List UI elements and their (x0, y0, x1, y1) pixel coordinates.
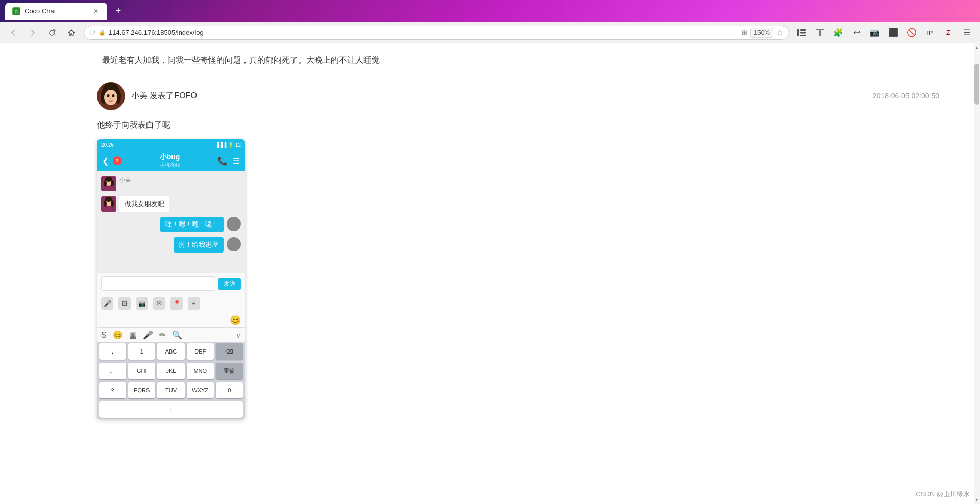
key-0[interactable]: 0 (216, 382, 243, 398)
address-bar[interactable]: 🛡 🔒 114.67.246.176:18505/index/log ⊞ 150… (84, 26, 789, 40)
message-icon[interactable]: ✉ (153, 297, 165, 310)
chat-msg-received-1: 小美 (101, 176, 241, 191)
chat-msg-avatar-2 (101, 196, 116, 212)
chat-msg-sent-1: 哇！嗯！嗯！嗯！ (101, 217, 241, 232)
page-content: 最近老有人加我，问我一些奇怪的问题，真的郁闷死了。大晚上的不让人睡觉 (0, 43, 980, 504)
key-row-4: ！ (97, 400, 245, 419)
chat-badge: 3 (113, 156, 122, 165)
chat-screenshot: 20:26 ▐▐▐ 🔋 12 ❮ 3 小bug 手机在线 📞 ☰ (97, 139, 245, 419)
tab-close-button[interactable]: ✕ (92, 7, 100, 15)
chat-send-button[interactable]: 发送 (218, 278, 241, 290)
home-button[interactable] (64, 26, 79, 40)
chat-msg-bubble-2: 做我女朋友吧 (119, 196, 169, 212)
menu-button[interactable]: ☰ (960, 26, 974, 40)
chat-body: 小美 (97, 171, 245, 273)
key-1[interactable]: 1 (128, 343, 155, 360)
plugin3-button[interactable]: IP (923, 26, 937, 40)
svg-rect-4 (800, 32, 806, 33)
back-button[interactable] (6, 26, 20, 40)
key-backspace[interactable]: ⌫ (216, 343, 243, 360)
sent-avatar (227, 217, 241, 231)
qr-icon[interactable]: ⊞ (742, 29, 747, 36)
expand-icon[interactable]: ∨ (236, 331, 241, 339)
location-icon[interactable]: 📍 (170, 297, 183, 310)
chat-input[interactable] (101, 276, 215, 291)
chat-header-icons: 📞 ☰ (217, 156, 240, 166)
chat-msg-bubble-sent-1: 哇！嗯！嗯！嗯！ (160, 217, 224, 232)
avatar (97, 82, 125, 110)
screenshot-button[interactable]: 📷 (868, 26, 882, 40)
post-action: 发表了FOFO (148, 91, 197, 100)
key-ghi[interactable]: GHI (128, 363, 155, 379)
key-mno[interactable]: MNO (187, 363, 214, 379)
plugin2-button[interactable]: 🚫 (904, 26, 919, 40)
svg-point-12 (104, 90, 117, 105)
new-tab-button[interactable]: + (111, 4, 126, 18)
post-author-action: 小美 发表了FOFO (131, 91, 197, 102)
sohu-icon[interactable]: S (101, 331, 107, 340)
chat-msg-received-2: 做我女朋友吧 (101, 196, 241, 212)
mic-icon[interactable]: 🎤 (143, 330, 153, 340)
grid-icon[interactable]: ▦ (129, 330, 137, 340)
avatar-image (97, 82, 125, 110)
key-row-1: ， 1 ABC DEF ⌫ (97, 342, 245, 361)
key-jkl[interactable]: JKL (157, 363, 184, 379)
key-exclaim[interactable]: ！ (99, 401, 243, 418)
post-content: 他终于向我表白了呢 20:26 ▐▐▐ 🔋 12 ❮ 3 小bug 手机在线 (97, 118, 939, 420)
image-icon[interactable]: 🖼 (118, 297, 131, 310)
key-def[interactable]: DEF (187, 343, 214, 360)
chat-msg-name: 小美 (119, 176, 131, 184)
svg-rect-7 (821, 29, 824, 36)
undo-button[interactable]: ↩ (849, 26, 864, 40)
key-reset[interactable]: 重输 (216, 363, 243, 379)
key-comma[interactable]: ， (99, 343, 126, 360)
zoom-level[interactable]: 150% (750, 28, 773, 38)
sidebar-button[interactable] (794, 26, 808, 40)
extensions-button[interactable]: 🧩 (831, 26, 845, 40)
browser-toolbar: 🛡 🔒 114.67.246.176:18505/index/log ⊞ 150… (0, 22, 980, 43)
emoji-toggle-icon[interactable]: 😊 (230, 315, 241, 326)
post-header: 小美 发表了FOFO 2018-06-05 02:00:50 (97, 82, 939, 110)
chat-statusbar: 20:26 ▐▐▐ 🔋 12 (97, 139, 245, 150)
scrollbar-arrow-up[interactable]: ▲ (974, 43, 980, 52)
bookmark-button[interactable]: ☆ (776, 28, 783, 37)
scrollbar-thumb[interactable] (974, 64, 979, 105)
chat-header: ❮ 3 小bug 手机在线 📞 ☰ (97, 150, 245, 171)
keyboard-area[interactable]: ， 1 ABC DEF ⌫ 。 GHI JKL MNO 重输 ？ (97, 342, 245, 419)
more-icon[interactable]: + (188, 297, 200, 310)
voice-icon[interactable]: 🎤 (101, 297, 113, 310)
camera-icon[interactable]: 📷 (136, 297, 148, 310)
intro-text: 最近老有人加我，问我一些奇怪的问题，真的郁闷死了。大晚上的不让人睡觉 (97, 54, 939, 67)
search-icon[interactable]: 🔍 (172, 330, 182, 340)
smiley-icon[interactable]: 😊 (113, 330, 123, 340)
chat-contact-status: 手机在线 (126, 162, 213, 169)
key-period[interactable]: 。 (99, 363, 126, 379)
edit-icon[interactable]: ✏ (159, 330, 166, 340)
key-row-2: 。 GHI JKL MNO 重输 (97, 361, 245, 381)
key-wxyz[interactable]: WXYZ (187, 382, 214, 398)
key-question[interactable]: ？ (99, 382, 126, 398)
forward-button[interactable] (26, 26, 40, 40)
svg-point-23 (105, 197, 112, 202)
scrollbar-arrow-down[interactable]: ▼ (974, 496, 980, 504)
plugin4-button[interactable]: Z (941, 26, 955, 40)
key-tuv[interactable]: TUV (157, 382, 184, 398)
post-meta: 小美 发表了FOFO 2018-06-05 02:00:50 (131, 91, 939, 102)
chat-input-area: 发送 (97, 273, 245, 294)
key-abc[interactable]: ABC (157, 343, 184, 360)
key-pqrs[interactable]: PQRS (128, 382, 155, 398)
tab-favicon: C (12, 7, 20, 15)
address-lock-icon: 🔒 (99, 29, 106, 36)
chat-time: 20:26 (101, 142, 114, 148)
scrollbar[interactable]: ▲ ▼ (974, 43, 980, 504)
emoji-toggle-area: 😊 (97, 313, 245, 327)
toolbar-actions: 🧩 ↩ 📷 ⬛ 🚫 IP Z ☰ (794, 26, 974, 40)
chat-call-icon: 📞 (217, 156, 228, 166)
post-time: 2018-06-05 02:00:50 (873, 92, 939, 100)
refresh-button[interactable] (45, 26, 59, 40)
browser-titlebar: C Coco Chat ✕ + (0, 0, 980, 22)
plugin1-button[interactable]: ⬛ (886, 26, 900, 40)
split-view-button[interactable] (813, 26, 827, 40)
tab-title: Coco Chat (24, 7, 56, 15)
browser-tab[interactable]: C Coco Chat ✕ (5, 3, 107, 20)
